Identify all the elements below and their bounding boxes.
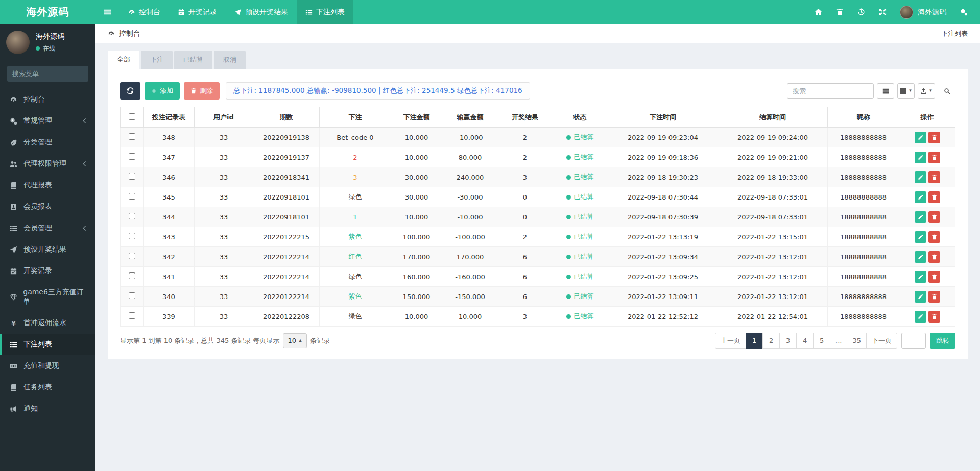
add-button[interactable]: 添加 [145, 82, 180, 100]
tab-已结算[interactable]: 已结算 [174, 51, 212, 69]
page-button-4[interactable]: 4 [796, 333, 814, 349]
row-checkbox[interactable] [129, 292, 135, 299]
nav-item-bet-list[interactable]: 下注列表 [297, 0, 353, 24]
sidebar-item-draw-records[interactable]: 开奖记录 [0, 260, 95, 282]
caret-up-icon: ▲ [299, 339, 302, 343]
nav-item-dashboard[interactable]: 控制台 [119, 0, 169, 24]
sidebar-search-input[interactable] [7, 66, 88, 82]
cell-period: 20220919138 [253, 128, 320, 147]
pencil-icon [918, 234, 923, 240]
sidebar-item-deposit-withdraw[interactable]: 充值和提现 [0, 355, 95, 377]
edit-button[interactable] [915, 231, 926, 243]
cell-actions [899, 207, 955, 227]
delete-row-button[interactable] [928, 231, 940, 243]
edit-button[interactable] [915, 311, 926, 323]
sidebar-item-agent-perm[interactable]: 代理权限管理 [0, 153, 95, 175]
trash-icon [931, 314, 937, 319]
fullscreen-button[interactable] [873, 0, 892, 24]
page-size-dropdown[interactable]: 10 ▲ [283, 333, 307, 348]
jump-page-input[interactable] [901, 333, 926, 349]
home-button[interactable] [809, 0, 827, 24]
edit-button[interactable] [915, 191, 926, 203]
row-checkbox[interactable] [129, 312, 135, 319]
delete-row-button[interactable] [928, 251, 940, 263]
table-search-input[interactable] [787, 83, 874, 99]
delete-row-button[interactable] [928, 152, 940, 163]
fullscreen-icon [879, 8, 887, 16]
tab-全部[interactable]: 全部 [108, 51, 139, 69]
nav-item-draw-records[interactable]: 开奖记录 [169, 0, 226, 24]
edit-button[interactable] [915, 152, 926, 163]
row-checkbox[interactable] [129, 153, 135, 160]
sidebar-item-general[interactable]: 常规管理 [0, 110, 95, 132]
sidebar-item-bet-list[interactable]: 下注列表 [0, 334, 95, 355]
page-button-5[interactable]: 5 [813, 333, 830, 349]
next-page-button[interactable]: 下一页 [866, 333, 897, 349]
row-checkbox[interactable] [129, 253, 135, 259]
page-button-3[interactable]: 3 [779, 333, 797, 349]
sidebar-item-game6-orders[interactable]: game6三方充值订单 [0, 282, 95, 312]
brand-logo: 海外源码 [0, 0, 95, 24]
sidebar-item-dashboard[interactable]: 控制台 [0, 89, 95, 110]
row-checkbox[interactable] [129, 133, 135, 140]
cell-actions [899, 227, 955, 247]
export-button[interactable]: ▼ [918, 83, 935, 99]
jump-button[interactable]: 跳转 [930, 333, 955, 349]
sidebar-item-label: 首冲返佣流水 [23, 318, 66, 328]
edit-button[interactable] [915, 291, 926, 303]
columns-button[interactable]: ▼ [897, 83, 915, 99]
nav-item-label: 预设开奖结果 [245, 8, 288, 17]
delete-row-button[interactable] [928, 291, 940, 303]
row-checkbox[interactable] [129, 233, 135, 239]
row-checkbox[interactable] [129, 193, 135, 200]
table-row: 3423320220122214红色170.000170.0006已结算2022… [121, 247, 955, 267]
cogs-icon [9, 117, 18, 125]
cell-actions [899, 287, 955, 307]
cell-winloss: 80.000 [442, 147, 498, 167]
edit-button[interactable] [915, 251, 926, 263]
history-button[interactable] [852, 0, 870, 24]
sidebar-toggle-button[interactable] [95, 0, 119, 24]
sidebar-item-member-report[interactable]: 会员报表 [0, 196, 95, 217]
user-menu[interactable]: 海外源码 [895, 6, 951, 19]
trash-button[interactable] [830, 0, 849, 24]
page-button-1[interactable]: 1 [746, 333, 763, 349]
sidebar-item-first-charge[interactable]: ¥首冲返佣流水 [0, 312, 95, 334]
tab-下注[interactable]: 下注 [141, 51, 173, 69]
toggle-view-button[interactable] [877, 83, 894, 99]
sidebar-item-member-mgmt[interactable]: 会员管理 [0, 217, 95, 239]
delete-row-button[interactable] [928, 211, 940, 223]
status-dot [566, 294, 571, 299]
sidebar-item-category[interactable]: 分类管理 [0, 132, 95, 153]
cell-bet-time: 2022-09-18 07:30:39 [608, 207, 718, 227]
prev-page-button[interactable]: 上一页 [715, 333, 746, 349]
delete-row-button[interactable] [928, 191, 940, 203]
search-trigger-button[interactable] [938, 83, 955, 99]
delete-row-button[interactable] [928, 132, 940, 143]
row-checkbox[interactable] [129, 213, 135, 219]
cell-bet-time: 2022-01-22 13:09:34 [608, 247, 718, 267]
edit-button[interactable] [915, 271, 926, 283]
cell-winloss: -30.000 [442, 187, 498, 207]
select-all-checkbox[interactable] [129, 113, 135, 120]
refresh-button[interactable] [120, 82, 140, 100]
delete-row-button[interactable] [928, 311, 940, 323]
delete-row-button[interactable] [928, 171, 940, 183]
sidebar-item-task-list[interactable]: 任务列表 [0, 377, 95, 398]
edit-button[interactable] [915, 211, 926, 223]
sidebar-item-agent-report[interactable]: 代理报表 [0, 175, 95, 196]
sidebar-item-preset-results[interactable]: 预设开奖结果 [0, 239, 95, 260]
edit-button[interactable] [915, 171, 926, 183]
sidebar-item-notice[interactable]: 通知 [0, 398, 95, 419]
cell-user-id: 33 [195, 267, 253, 287]
nav-item-preset-results[interactable]: 预设开奖结果 [226, 0, 297, 24]
row-checkbox[interactable] [129, 272, 135, 279]
row-checkbox[interactable] [129, 173, 135, 180]
page-button-2[interactable]: 2 [762, 333, 780, 349]
tab-取消[interactable]: 取消 [214, 51, 246, 69]
settings-button[interactable] [954, 0, 973, 24]
edit-button[interactable] [915, 132, 926, 143]
delete-row-button[interactable] [928, 271, 940, 283]
delete-button[interactable]: 删除 [184, 82, 220, 100]
page-button-35[interactable]: 35 [847, 333, 867, 349]
